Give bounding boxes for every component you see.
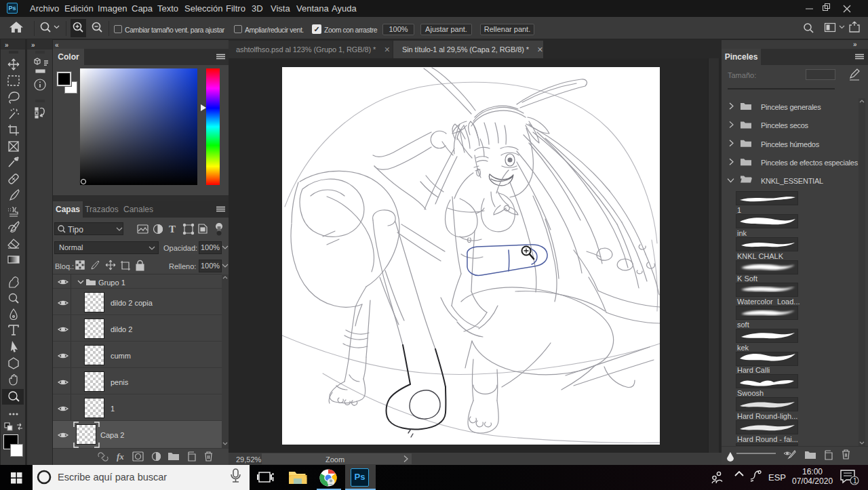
svg-text:1: 1 — [853, 477, 857, 485]
svg-text:fx: fx — [117, 451, 124, 462]
svg-text:T: T — [169, 224, 176, 234]
svg-text:Escribe aquí para buscar: Escribe aquí para buscar — [58, 472, 167, 483]
